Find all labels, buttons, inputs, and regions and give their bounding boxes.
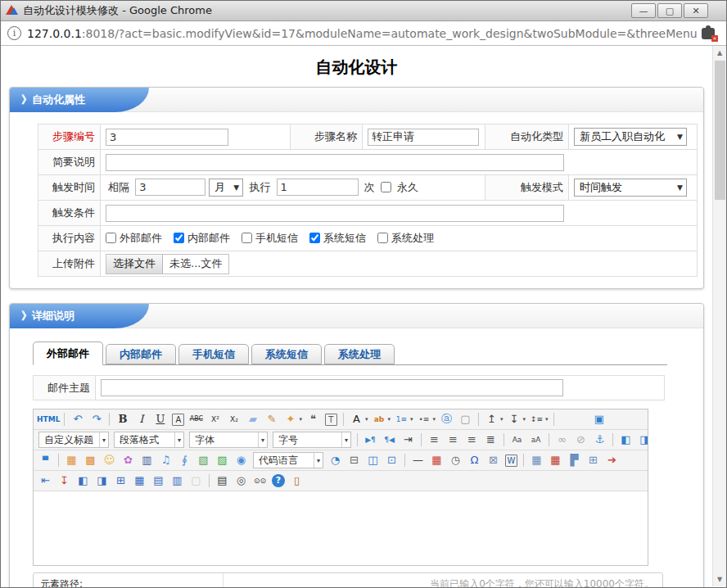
exec-internal-mail-checkbox[interactable]	[174, 233, 184, 243]
editor-body[interactable]	[34, 491, 648, 565]
page-info-icon[interactable]: i	[7, 26, 21, 40]
exec-external-mail-checkbox[interactable]	[106, 233, 116, 243]
paste-text-icon[interactable]: T	[325, 414, 337, 426]
exec-times-input[interactable]	[277, 179, 359, 196]
tab-mobile-sms[interactable]: 手机短信	[178, 344, 249, 364]
redo-icon[interactable]: ↷	[88, 411, 105, 427]
underline-icon[interactable]: U	[151, 411, 169, 427]
merge-cells-icon[interactable]: ▦	[131, 473, 148, 489]
disabled-doc-icon[interactable]: ▢	[187, 473, 205, 489]
float-center-icon[interactable]: ◨	[636, 432, 648, 448]
row-marker-icon[interactable]: ➔	[603, 452, 621, 468]
page-globe-icon[interactable]: ◉	[233, 452, 250, 468]
insert-col-left-icon[interactable]: ⇤	[37, 473, 54, 489]
print-icon[interactable]: ▤	[214, 473, 231, 489]
italic-icon[interactable]: I	[133, 411, 150, 427]
choose-file-button[interactable]: 选择文件	[106, 255, 163, 274]
code-language-select[interactable]: 代码语言▾	[253, 452, 323, 468]
align-right-icon[interactable]: ≡	[463, 432, 481, 448]
cell-down-icon[interactable]: ⊞	[112, 473, 129, 489]
highlight-color-icon[interactable]: ab	[370, 411, 387, 427]
margin-bottom-icon[interactable]: ↧	[505, 411, 522, 427]
tab-system-process[interactable]: 系统处理	[324, 344, 395, 364]
new-document-icon[interactable]: ▢	[457, 411, 474, 427]
vertical-scrollbar[interactable]: ▲ ▼	[712, 46, 726, 586]
music-icon[interactable]: ♫	[157, 452, 174, 468]
margin-top-icon-dropdown[interactable]: ▾	[500, 416, 503, 423]
exec-system-process-option[interactable]: 系统处理	[377, 232, 434, 244]
split-rows-icon[interactable]: ▤	[150, 473, 167, 489]
undo-icon[interactable]: ↶	[69, 411, 86, 427]
delete-table-icon[interactable]: ▦	[547, 452, 564, 468]
two-column-icon[interactable]: ◫	[364, 452, 382, 468]
exec-external-mail-option[interactable]: 外部邮件	[106, 232, 162, 244]
forever-checkbox[interactable]	[381, 182, 391, 192]
superscript-icon[interactable]: X²	[206, 411, 224, 427]
attachment-icon[interactable]: ∮	[176, 452, 193, 468]
fullscreen-icon[interactable]: ▣	[591, 411, 608, 427]
font-color-icon[interactable]: A	[348, 411, 365, 427]
automation-type-select[interactable]: 新员工入职自动化▼	[574, 128, 687, 146]
exec-internal-mail-option[interactable]: 内部邮件	[174, 232, 230, 244]
float-left-icon[interactable]: ◧	[617, 432, 634, 448]
unlink-icon[interactable]: ⊘	[572, 432, 589, 448]
line-height-icon[interactable]: ↕≡	[528, 411, 545, 427]
margin-bottom-icon-dropdown[interactable]: ▾	[522, 416, 526, 423]
special-char-icon[interactable]: Ω	[466, 452, 483, 468]
baidu-map-icon[interactable]: ▨	[214, 452, 231, 468]
format-brush-icon[interactable]: ✎	[263, 411, 280, 427]
trigger-mode-select[interactable]: 时间触发▼	[574, 179, 687, 197]
time-icon[interactable]: ◷	[447, 452, 464, 468]
cell-left-icon[interactable]: ◧	[75, 473, 92, 489]
anchor-icon[interactable]: ⚓	[591, 432, 608, 448]
font-size-select[interactable]: 字号▾	[273, 432, 351, 448]
scrollbar-thumb[interactable]	[715, 61, 725, 200]
paragraph-format-select[interactable]: 段落格式▾	[114, 432, 184, 448]
trigger-condition-input[interactable]	[106, 205, 564, 222]
clock-blue-icon[interactable]: ◔	[327, 452, 344, 468]
rtl-paragraph-icon[interactable]: ¶◀	[381, 432, 398, 448]
magic-wand-icon-dropdown[interactable]: ▾	[299, 416, 302, 423]
magic-wand-icon[interactable]: ✦	[282, 411, 299, 427]
url-input[interactable]: 127.0.0.1:8018/?act=basic.modifyView&id=…	[27, 27, 697, 40]
delete-col-icon[interactable]: ↧	[56, 473, 73, 489]
insert-row-icon[interactable]: ⊞	[585, 452, 602, 468]
scroll-up-icon[interactable]: ▲	[713, 46, 726, 60]
interval-input[interactable]	[135, 179, 205, 196]
align-center-icon[interactable]: ≡	[445, 432, 462, 448]
exec-system-sms-option[interactable]: 系统短信	[309, 232, 366, 244]
top-line-icon[interactable]: ▀	[37, 452, 54, 468]
exec-mobile-sms-checkbox[interactable]	[242, 233, 252, 243]
tab-internal-mail[interactable]: 内部邮件	[106, 344, 176, 364]
scroll-down-icon[interactable]: ▼	[713, 572, 726, 586]
screen-share-icon[interactable]: ⊡	[383, 452, 400, 468]
exec-system-sms-checkbox[interactable]	[309, 233, 320, 243]
margin-top-icon[interactable]: ↥	[483, 411, 500, 427]
anchor-text-icon[interactable]: ⓐ	[438, 411, 455, 427]
ltr-paragraph-icon[interactable]: ▶¶	[362, 432, 379, 448]
split-cols-icon[interactable]: ▥	[169, 473, 186, 489]
tab-system-sms[interactable]: 系统短信	[251, 344, 322, 364]
lowercase-icon[interactable]: aA	[527, 432, 544, 448]
font-border-icon[interactable]: A	[172, 414, 184, 426]
media-key-icon[interactable]: ⊠	[485, 452, 502, 468]
palette-icon[interactable]: ✿	[120, 452, 137, 468]
help-icon[interactable]: ?	[272, 474, 285, 487]
html-source-icon[interactable]: HTML	[37, 411, 60, 427]
eraser-icon[interactable]: ▰	[244, 411, 261, 427]
font-family-select[interactable]: 字体▾	[189, 432, 268, 448]
brief-input[interactable]	[106, 154, 564, 171]
exec-mobile-sms-option[interactable]: 手机短信	[242, 232, 298, 244]
calendar-icon[interactable]: ▦	[428, 452, 445, 468]
multi-image-icon[interactable]: ▩	[82, 452, 99, 468]
cell-right-icon[interactable]: ◨	[93, 473, 111, 489]
highlight-color-icon-dropdown[interactable]: ▾	[387, 416, 391, 423]
heading-select[interactable]: 自定义标题▾	[38, 432, 109, 448]
video-icon[interactable]: ▥	[138, 452, 156, 468]
tab-external-mail[interactable]: 外部邮件	[33, 341, 103, 365]
ordered-list-icon-dropdown[interactable]: ▾	[410, 416, 413, 423]
preview-icon[interactable]: ◎	[233, 473, 250, 489]
unordered-list-icon-dropdown[interactable]: ▾	[432, 416, 436, 423]
find-icon[interactable]: ⊙⊙	[251, 473, 269, 489]
table-icon[interactable]: ▦	[528, 452, 545, 468]
